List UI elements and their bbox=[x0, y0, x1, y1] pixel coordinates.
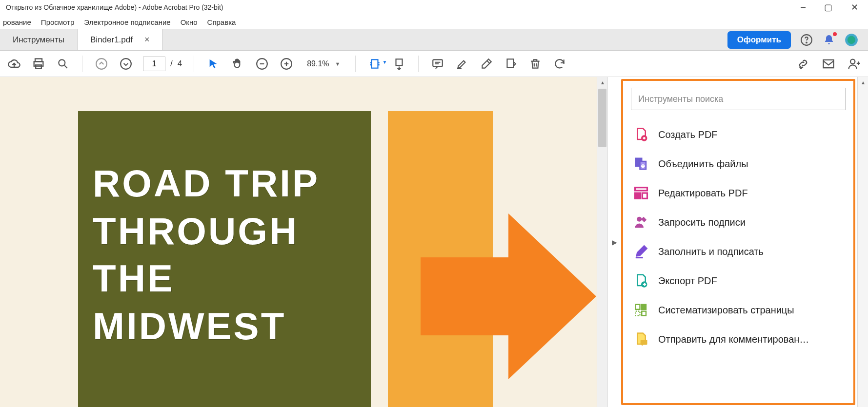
tool-combine-files[interactable]: Объединить файлы bbox=[631, 149, 846, 178]
tab-close-icon[interactable]: × bbox=[144, 35, 150, 45]
svg-rect-22 bbox=[635, 188, 647, 191]
zoom-in-icon[interactable] bbox=[279, 57, 294, 71]
menu-item[interactable]: Просмотр bbox=[41, 18, 75, 26]
rotate-icon[interactable] bbox=[552, 57, 567, 71]
svg-rect-29 bbox=[636, 311, 640, 316]
page-sep: / bbox=[170, 59, 173, 69]
window-controls: – ▢ ✕ bbox=[801, 2, 864, 13]
pan-hand-icon[interactable] bbox=[230, 57, 245, 71]
tool-label: Экспорт PDF bbox=[658, 275, 717, 287]
doc-heading: ROAD TRIP THROUGH THE MIDWEST bbox=[93, 160, 356, 350]
zoom-out-icon[interactable] bbox=[255, 57, 269, 71]
page-plus-icon bbox=[634, 127, 648, 142]
crop-page-icon[interactable] bbox=[504, 57, 518, 71]
tool-create-pdf[interactable]: Создать PDF bbox=[631, 120, 846, 149]
select-arrow-icon[interactable] bbox=[206, 57, 221, 71]
edit-layout-icon bbox=[634, 186, 648, 200]
cloud-upload-icon[interactable] bbox=[7, 57, 21, 71]
page-navigator: / 4 bbox=[143, 57, 182, 71]
send-comment-icon bbox=[634, 332, 648, 347]
svg-rect-15 bbox=[507, 59, 514, 67]
tool-request-signatures[interactable]: Запросить подписи bbox=[631, 208, 846, 237]
svg-point-25 bbox=[637, 217, 642, 222]
find-icon[interactable] bbox=[56, 57, 70, 71]
fit-width-icon[interactable]: ▼ bbox=[367, 57, 382, 71]
print-icon[interactable] bbox=[31, 57, 46, 71]
link-share-icon[interactable] bbox=[796, 57, 810, 71]
window-title: Открыто из Облачное хранилище Adobe) - A… bbox=[4, 3, 223, 11]
panel-scrollbar[interactable]: ▴ bbox=[857, 77, 868, 407]
tool-label: Создать PDF bbox=[658, 129, 718, 140]
combine-icon bbox=[634, 156, 648, 171]
chevron-down-icon: ▼ bbox=[335, 61, 341, 67]
fill-sign-icon bbox=[634, 244, 648, 259]
svg-point-8 bbox=[96, 58, 107, 69]
tool-label: Отправить для комментирован… bbox=[658, 334, 809, 345]
doc-arrow-graphic bbox=[421, 213, 596, 379]
menu-bar: рование Просмотр Электронное подписание … bbox=[0, 15, 868, 29]
doc-green-block: ROAD TRIP THROUGH THE MIDWEST bbox=[78, 111, 371, 407]
tab-label: Binder1.pdf bbox=[90, 35, 133, 45]
document-viewport[interactable]: ROAD TRIP THROUGH THE MIDWEST ▴ bbox=[0, 77, 607, 407]
svg-point-3 bbox=[848, 36, 855, 43]
organize-icon bbox=[634, 303, 648, 317]
panel-collapse-handle[interactable]: ▶ bbox=[607, 77, 621, 407]
tool-fill-sign[interactable]: Заполнить и подписать bbox=[631, 237, 846, 266]
menu-item[interactable]: Справка bbox=[207, 18, 236, 26]
toolbar: / 4 89.1% ▼ ▼ bbox=[0, 51, 868, 77]
tool-label: Систематизировать страницы bbox=[658, 305, 794, 316]
tools-panel: Инструменты поиска Создать PDF Объединит… bbox=[621, 79, 855, 405]
svg-rect-13 bbox=[396, 59, 403, 65]
zoom-dropdown[interactable]: 89.1% ▼ bbox=[303, 58, 343, 70]
svg-rect-27 bbox=[636, 305, 640, 310]
menu-item[interactable]: Окно bbox=[181, 18, 198, 26]
svg-point-9 bbox=[121, 58, 131, 69]
maximize-icon[interactable]: ▢ bbox=[824, 2, 832, 13]
bell-icon[interactable] bbox=[822, 33, 836, 47]
svg-rect-14 bbox=[433, 59, 443, 66]
profile-icon[interactable] bbox=[845, 33, 858, 47]
close-icon[interactable]: ✕ bbox=[851, 2, 858, 13]
minimize-icon[interactable]: – bbox=[801, 2, 806, 13]
zoom-value: 89.1% bbox=[307, 59, 329, 68]
scroll-up-icon[interactable]: ▴ bbox=[862, 79, 865, 86]
svg-marker-18 bbox=[421, 213, 596, 379]
export-icon bbox=[634, 273, 648, 288]
svg-point-17 bbox=[850, 59, 855, 63]
tool-label: Запросить подписи bbox=[658, 217, 746, 228]
page-current-input[interactable] bbox=[143, 57, 165, 71]
page-up-icon[interactable] bbox=[94, 57, 109, 71]
tool-export-pdf[interactable]: Экспорт PDF bbox=[631, 266, 846, 295]
scroll-up-icon[interactable]: ▴ bbox=[597, 77, 607, 88]
svg-rect-30 bbox=[642, 311, 646, 316]
tab-file[interactable]: Binder1.pdf × bbox=[78, 29, 162, 50]
menu-item[interactable]: Электронное подписание bbox=[84, 18, 170, 26]
tabs-right: Оформить bbox=[727, 29, 868, 50]
tool-edit-pdf[interactable]: Редактировать PDF bbox=[631, 178, 846, 208]
page-down-icon[interactable] bbox=[119, 57, 133, 71]
svg-point-7 bbox=[59, 59, 65, 66]
scroll-thumb[interactable] bbox=[598, 89, 606, 147]
comment-icon[interactable] bbox=[430, 57, 445, 71]
subscribe-button[interactable]: Оформить bbox=[727, 31, 791, 49]
help-icon[interactable] bbox=[800, 33, 813, 47]
main-area: ROAD TRIP THROUGH THE MIDWEST ▴ ▶ Инстру… bbox=[0, 77, 868, 407]
tools-search-input[interactable]: Инструменты поиска bbox=[631, 88, 846, 110]
scroll-mode-icon[interactable] bbox=[392, 57, 406, 71]
sign-pen-icon[interactable] bbox=[479, 57, 494, 71]
svg-rect-28 bbox=[642, 305, 646, 310]
svg-point-1 bbox=[806, 42, 807, 43]
tool-label: Заполнить и подписать bbox=[658, 246, 764, 257]
tabs-row: Инструменты Binder1.pdf × Оформить bbox=[0, 29, 868, 51]
tab-tools[interactable]: Инструменты bbox=[0, 29, 78, 50]
document-scrollbar[interactable]: ▴ bbox=[597, 77, 607, 407]
title-bar: Открыто из Облачное хранилище Adobe) - A… bbox=[0, 0, 868, 15]
highlight-icon[interactable] bbox=[455, 57, 469, 71]
tool-send-comments[interactable]: Отправить для комментирован… bbox=[631, 325, 846, 354]
email-icon[interactable] bbox=[821, 57, 836, 71]
delete-icon[interactable] bbox=[528, 57, 543, 71]
tool-organize-pages[interactable]: Систематизировать страницы bbox=[631, 295, 846, 325]
signature-request-icon bbox=[634, 215, 648, 230]
menu-item[interactable]: рование bbox=[3, 18, 31, 26]
share-people-icon[interactable] bbox=[847, 57, 861, 71]
